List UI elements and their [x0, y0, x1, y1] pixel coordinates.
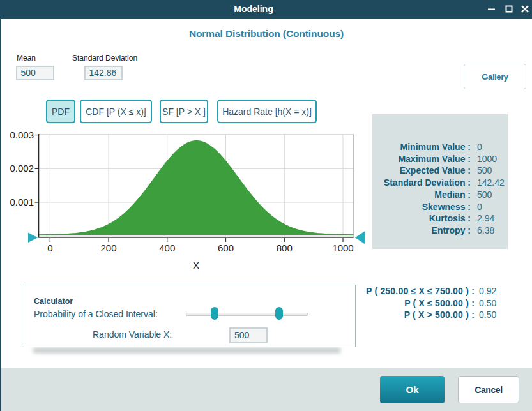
svg-text:200: 200 [100, 243, 116, 253]
svg-text:0: 0 [47, 243, 52, 253]
svg-text:400: 400 [159, 243, 175, 253]
svg-text:1000: 1000 [332, 243, 353, 253]
svg-text:0.002: 0.002 [10, 163, 34, 174]
svg-text:X: X [193, 260, 199, 271]
svg-text:600: 600 [218, 243, 234, 253]
svg-text:0.001: 0.001 [10, 197, 34, 207]
svg-text:800: 800 [277, 243, 293, 253]
svg-text:0.003: 0.003 [10, 130, 34, 140]
